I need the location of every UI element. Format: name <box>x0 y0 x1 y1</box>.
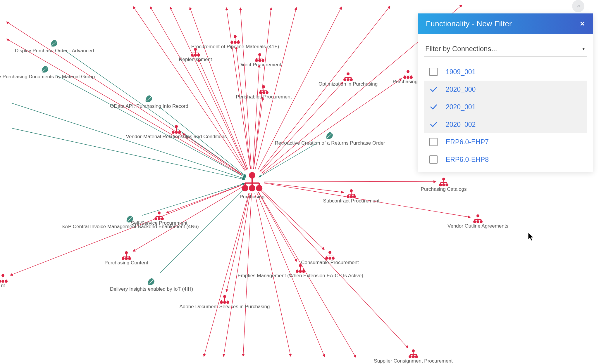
filter-by-connections-select[interactable]: Filter by Connections... ▼ <box>424 42 587 57</box>
graph-edge <box>258 192 297 262</box>
leaf-icon <box>127 216 133 223</box>
svg-point-23 <box>194 48 197 51</box>
arrow-up-right-icon <box>576 4 581 9</box>
org-icon <box>259 85 268 94</box>
svg-point-134 <box>445 183 448 186</box>
svg-point-115 <box>328 257 331 260</box>
checkmark-icon <box>429 85 438 93</box>
svg-point-42 <box>259 91 262 94</box>
svg-point-32 <box>258 53 261 56</box>
svg-point-69 <box>172 131 175 134</box>
svg-point-124 <box>350 195 353 198</box>
svg-point-87 <box>122 257 125 260</box>
panel-title: Functionality - New Filter <box>426 19 512 28</box>
svg-point-52 <box>347 78 350 81</box>
svg-point-98 <box>226 301 229 304</box>
svg-point-96 <box>220 301 223 304</box>
svg-point-53 <box>350 78 353 81</box>
svg-point-106 <box>299 270 302 273</box>
filter-option-label: ERP6.0-EHP7 <box>446 138 489 146</box>
graph-edge <box>10 186 241 275</box>
graph-edge <box>142 183 245 216</box>
svg-point-116 <box>332 257 335 260</box>
graph-edge <box>6 39 241 175</box>
filter-option[interactable]: 1909_001 <box>424 63 587 81</box>
svg-point-41 <box>262 85 265 88</box>
svg-point-43 <box>262 91 265 94</box>
svg-point-86 <box>125 251 128 254</box>
graph-edge <box>170 7 247 170</box>
org-icon <box>409 349 418 358</box>
edges-group <box>6 5 471 358</box>
close-icon[interactable]: ✕ <box>580 21 585 27</box>
filter-option[interactable]: 2020_000 <box>424 81 587 98</box>
graph-edge <box>260 6 390 171</box>
svg-point-105 <box>296 270 299 273</box>
svg-point-122 <box>350 189 353 192</box>
org-icon <box>255 53 264 62</box>
graph-edge <box>133 6 245 171</box>
graph-edge <box>254 8 271 169</box>
svg-point-143 <box>480 220 483 223</box>
filter-option[interactable]: ERP6.0-EHP7 <box>424 133 587 151</box>
graph-edge <box>261 190 408 348</box>
leaf-icon <box>326 132 333 139</box>
svg-point-158 <box>1 274 4 277</box>
org-icon <box>122 251 131 260</box>
graph-edge <box>166 186 240 213</box>
org-icon <box>343 72 353 81</box>
graph-edge <box>12 103 245 179</box>
leaf-icon <box>148 278 154 285</box>
org-icon <box>347 189 356 198</box>
leaf-icon <box>51 40 57 47</box>
graph-edge <box>262 79 402 174</box>
graph-edge <box>236 47 251 169</box>
graph-edge <box>255 193 291 357</box>
svg-point-24 <box>191 54 194 57</box>
svg-point-71 <box>178 131 181 134</box>
filter-option[interactable]: ERP6.0-EHP8 <box>424 151 587 168</box>
svg-point-131 <box>442 178 445 181</box>
checkbox-icon <box>429 155 438 164</box>
svg-point-149 <box>412 349 415 352</box>
svg-point-70 <box>175 131 178 134</box>
svg-point-151 <box>412 355 415 358</box>
svg-point-7 <box>249 185 255 191</box>
svg-point-26 <box>197 54 200 57</box>
svg-point-89 <box>128 257 131 260</box>
leaf-icon <box>42 66 48 73</box>
filter-option[interactable]: 2020_001 <box>424 98 587 116</box>
svg-point-140 <box>476 214 479 217</box>
svg-point-80 <box>161 217 164 220</box>
svg-point-34 <box>258 59 261 62</box>
org-icon <box>473 214 483 223</box>
graph-edge <box>159 106 246 176</box>
svg-point-142 <box>476 220 479 223</box>
checkbox-icon <box>429 138 438 146</box>
svg-point-152 <box>415 355 418 358</box>
svg-point-159 <box>0 280 1 283</box>
filter-option-label: 2020_002 <box>446 121 476 129</box>
svg-point-50 <box>347 72 350 75</box>
svg-point-68 <box>175 125 178 128</box>
org-icon <box>230 35 240 44</box>
filter-panel: Functionality - New Filter ✕ Filter by C… <box>418 13 593 172</box>
svg-point-6 <box>242 185 248 191</box>
graph-edge <box>258 192 356 357</box>
org-icon <box>220 295 229 304</box>
svg-point-59 <box>407 70 409 73</box>
graph-edge <box>257 193 325 357</box>
svg-point-150 <box>409 355 412 358</box>
filter-option[interactable]: 2020_002 <box>424 116 587 133</box>
svg-point-33 <box>255 59 258 62</box>
svg-point-61 <box>407 76 409 79</box>
top-action-button[interactable] <box>572 0 584 12</box>
svg-point-17 <box>237 41 240 44</box>
graph-edge <box>198 59 247 170</box>
svg-point-8 <box>256 185 262 191</box>
org-icon <box>0 274 8 283</box>
graph-edge <box>253 65 259 169</box>
svg-point-5 <box>249 172 255 178</box>
icons-group <box>0 35 483 358</box>
svg-point-35 <box>261 59 264 62</box>
